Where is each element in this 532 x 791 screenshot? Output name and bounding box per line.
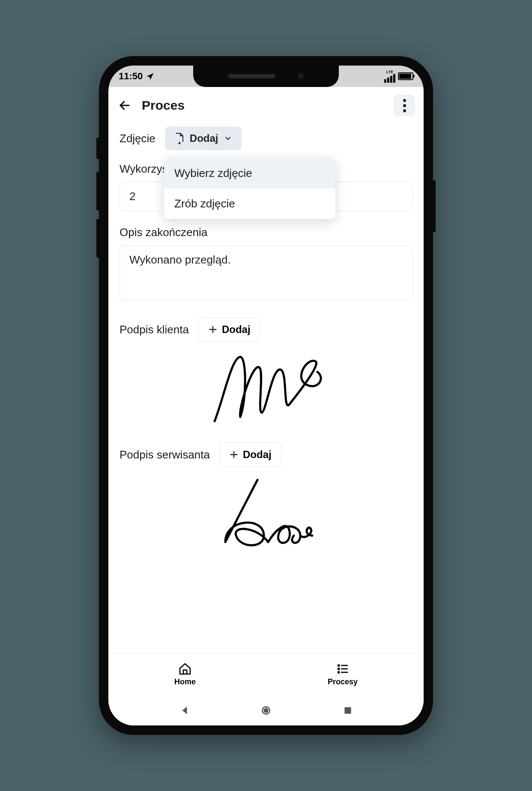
nav-home-label: Home	[174, 677, 196, 686]
nav-processes[interactable]: Procesy	[328, 662, 358, 686]
svg-rect-12	[341, 672, 348, 673]
client-signature-image	[120, 346, 412, 428]
dropdown-item-choose-photo[interactable]: Wybierz zdjęcie	[164, 158, 335, 189]
status-time: 11:50	[119, 71, 143, 82]
battery-icon	[398, 72, 413, 80]
add-client-signature-button[interactable]: Dodaj	[198, 317, 260, 342]
android-nav-bar	[108, 695, 424, 725]
home-icon	[178, 662, 192, 676]
back-button[interactable]	[117, 98, 132, 113]
content-area: Zdjęcie Dodaj Wybierz zdjęcie Zrób zdjęc…	[108, 122, 424, 653]
chevron-down-icon	[224, 134, 232, 143]
nav-processes-label: Procesy	[328, 677, 358, 686]
kebab-dot-icon	[403, 104, 406, 107]
add-photo-dropdown-button[interactable]: Dodaj	[165, 126, 242, 150]
add-client-signature-label: Dodaj	[222, 324, 251, 336]
signal-icon	[384, 74, 395, 83]
svg-point-14	[264, 709, 268, 713]
phone-side-button	[96, 219, 99, 258]
add-photo-label: Dodaj	[190, 132, 218, 144]
page-title: Proces	[142, 98, 185, 113]
circle-home-icon	[260, 705, 272, 716]
client-signature-label: Podpis klienta	[120, 323, 189, 336]
phone-side-button	[433, 180, 436, 232]
android-home-button[interactable]	[260, 705, 272, 716]
android-recent-button[interactable]	[342, 705, 353, 716]
screen: 11:50 LTE Proces	[108, 66, 424, 725]
triangle-back-icon	[179, 705, 190, 716]
phone-notch	[193, 66, 339, 87]
plus-icon	[208, 325, 218, 334]
svg-rect-10	[341, 668, 348, 670]
technician-signature-label: Podpis serwisanta	[120, 448, 210, 461]
technician-signature-image	[120, 471, 412, 553]
arrow-left-icon	[118, 99, 131, 112]
phone-frame: 11:50 LTE Proces	[99, 56, 433, 735]
svg-rect-9	[338, 668, 340, 670]
phone-side-button	[96, 172, 99, 210]
phone-side-button	[96, 138, 99, 159]
svg-rect-7	[338, 664, 340, 666]
file-add-icon	[174, 132, 185, 144]
description-textarea[interactable]	[120, 245, 412, 301]
square-recent-icon	[342, 705, 353, 716]
plus-icon	[229, 450, 239, 459]
photo-dropdown-menu: Wybierz zdjęcie Zrób zdjęcie	[164, 158, 335, 219]
bottom-nav: Home Procesy	[108, 653, 424, 695]
kebab-dot-icon	[403, 99, 406, 102]
add-technician-signature-button[interactable]: Dodaj	[219, 442, 281, 467]
svg-rect-15	[344, 707, 351, 713]
android-back-button[interactable]	[179, 705, 190, 716]
add-technician-signature-label: Dodaj	[243, 449, 272, 461]
nav-home[interactable]: Home	[174, 662, 196, 686]
more-menu-button[interactable]	[394, 95, 415, 116]
dropdown-item-take-photo[interactable]: Zrób zdjęcie	[164, 189, 335, 219]
status-bar: 11:50 LTE	[108, 66, 424, 87]
svg-rect-8	[341, 665, 348, 666]
svg-rect-11	[338, 671, 340, 673]
description-label: Opis zakończenia	[120, 226, 412, 239]
network-label: LTE	[386, 70, 393, 74]
list-icon	[336, 662, 350, 676]
app-header: Proces	[108, 87, 424, 122]
photo-section-label: Zdjęcie	[120, 132, 155, 145]
location-icon	[146, 72, 155, 81]
kebab-dot-icon	[403, 109, 406, 112]
